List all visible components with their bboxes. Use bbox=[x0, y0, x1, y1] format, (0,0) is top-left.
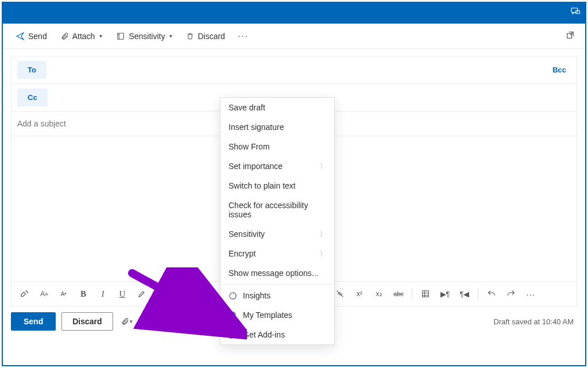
bold-button[interactable]: B bbox=[75, 285, 92, 302]
bcc-toggle[interactable]: Bcc bbox=[552, 66, 571, 74]
strikethrough-button[interactable]: abc bbox=[390, 285, 407, 302]
to-row[interactable]: To Bcc bbox=[11, 56, 577, 84]
menu-switch-plain[interactable]: Switch to plain text bbox=[220, 176, 334, 195]
menu-show-from[interactable]: Show From bbox=[220, 137, 334, 156]
rtl-button[interactable]: ¶◀ bbox=[456, 285, 473, 302]
menu-set-importance[interactable]: Set importance〉 bbox=[220, 156, 334, 176]
to-chip[interactable]: To bbox=[17, 61, 47, 79]
number-list-icon[interactable]: 123 bbox=[199, 285, 216, 302]
format-more-button[interactable]: ··· bbox=[522, 285, 539, 302]
menu-insights[interactable]: Insights bbox=[220, 286, 334, 305]
menu-my-templates[interactable]: My Templates bbox=[220, 305, 334, 325]
svg-rect-0 bbox=[571, 8, 578, 13]
menu-save-draft[interactable]: Save draft bbox=[220, 98, 334, 117]
svg-rect-16 bbox=[230, 335, 232, 338]
chevron-down-icon: ▾ bbox=[99, 33, 102, 39]
formatting-toggle-icon[interactable] bbox=[184, 313, 200, 329]
svg-text:3: 3 bbox=[204, 294, 206, 297]
insights-icon bbox=[229, 292, 237, 300]
chevron-right-icon: 〉 bbox=[320, 230, 326, 239]
send-button-top[interactable]: Send bbox=[10, 28, 53, 44]
svg-rect-14 bbox=[230, 331, 232, 334]
feedback-icon[interactable] bbox=[570, 6, 581, 19]
superscript-button[interactable]: x² bbox=[351, 285, 368, 302]
emoji-mini-icon[interactable]: ☻ bbox=[163, 313, 179, 329]
discard-label: Discard bbox=[198, 32, 225, 41]
svg-point-6 bbox=[185, 296, 186, 297]
menu-divider bbox=[220, 284, 334, 285]
svg-point-5 bbox=[185, 293, 186, 294]
menu-accessibility[interactable]: Check for accessibility issues bbox=[220, 195, 334, 224]
more-options-button[interactable]: ··· bbox=[233, 31, 253, 41]
subscript-button[interactable]: x₂ bbox=[370, 285, 388, 302]
compose-toolbar: Send Attach ▾ Sensitivity ▾ Discard ··· bbox=[3, 24, 585, 49]
font-size-decrease-icon[interactable]: A▾ bbox=[55, 285, 72, 302]
font-size-increase-icon[interactable]: AA bbox=[36, 285, 53, 302]
redo-icon[interactable] bbox=[502, 285, 520, 302]
format-painter-icon[interactable] bbox=[16, 285, 33, 302]
menu-message-options[interactable]: Show message options... bbox=[220, 263, 334, 283]
menu-sensitivity[interactable]: Sensitivity〉 bbox=[220, 224, 334, 244]
menu-get-addins[interactable]: Get Add-ins bbox=[220, 325, 334, 344]
draft-status: Draft saved at 10:40 AM bbox=[494, 317, 577, 326]
discard-button[interactable]: Discard bbox=[61, 312, 113, 331]
attach-mini-icon[interactable]: ▾ bbox=[119, 313, 135, 329]
chevron-right-icon: 〉 bbox=[320, 162, 326, 171]
image-mini-icon[interactable] bbox=[141, 313, 157, 329]
ltr-button[interactable]: ▶¶ bbox=[436, 285, 454, 302]
discard-button-top[interactable]: Discard bbox=[180, 28, 230, 44]
popout-icon[interactable] bbox=[562, 27, 578, 45]
menu-insert-signature[interactable]: Insert signature bbox=[220, 117, 334, 137]
attach-button[interactable]: Attach ▾ bbox=[55, 28, 109, 44]
addins-icon bbox=[229, 331, 237, 339]
svg-rect-2 bbox=[118, 33, 124, 39]
send-button[interactable]: Send bbox=[11, 312, 56, 331]
window-titlebar bbox=[3, 3, 585, 24]
bullet-list-icon[interactable] bbox=[180, 285, 197, 302]
chevron-right-icon: 〉 bbox=[320, 250, 326, 258]
sensitivity-button[interactable]: Sensitivity ▾ bbox=[110, 28, 178, 44]
svg-point-4 bbox=[185, 291, 186, 292]
chevron-down-icon: ▾ bbox=[169, 33, 172, 39]
font-color-button[interactable]: A bbox=[153, 285, 170, 302]
undo-icon[interactable] bbox=[483, 285, 500, 302]
svg-rect-10 bbox=[423, 291, 429, 297]
more-actions-menu: Save draft Insert signature Show From Se… bbox=[220, 97, 335, 345]
highlight-icon[interactable] bbox=[133, 285, 150, 302]
sensitivity-label: Sensitivity bbox=[129, 32, 165, 41]
cc-chip[interactable]: Cc bbox=[17, 89, 48, 106]
menu-encrypt[interactable]: Encrypt〉 bbox=[220, 244, 334, 263]
underline-button[interactable]: U bbox=[114, 285, 131, 302]
table-icon[interactable] bbox=[417, 285, 434, 302]
templates-icon bbox=[229, 311, 237, 320]
attach-label: Attach bbox=[72, 32, 95, 41]
send-label: Send bbox=[28, 32, 47, 41]
svg-rect-15 bbox=[234, 331, 236, 334]
italic-button[interactable]: I bbox=[94, 285, 111, 302]
